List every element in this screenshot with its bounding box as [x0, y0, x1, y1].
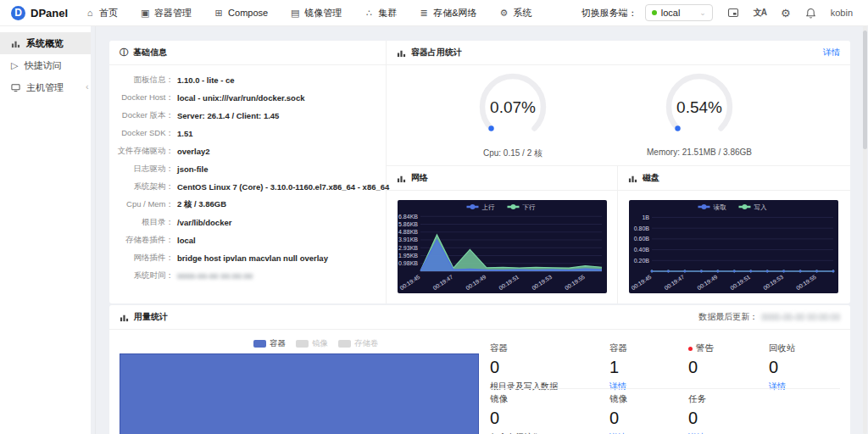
usage-title: 用量统计	[134, 311, 168, 323]
stat-sub-label: 根目录及写入数据	[490, 381, 558, 392]
info-row-label: Docker SDK：	[109, 128, 174, 139]
dpanel-logo-icon: D	[11, 6, 25, 20]
container-stats-detail-link[interactable]: 详情	[823, 47, 840, 58]
network-section: 网络 0.98KB1.95KB2.93KB3.91KB4.88KB5.86KB6…	[387, 165, 618, 303]
disk-chart[interactable]: 0.20B0.40B0.60B0.80B1B00:19:4500:19:4700…	[629, 200, 838, 293]
chevron-down-icon: ⌄	[699, 8, 706, 17]
legend-item-images[interactable]: 镜像	[296, 338, 328, 349]
svg-text:00:19:45: 00:19:45	[631, 274, 653, 291]
disk-section: 磁盘 0.20B0.40B0.60B0.80B1B00:19:4500:19:4…	[618, 165, 850, 303]
network-title: 网络	[411, 172, 428, 184]
legend-item-volumes[interactable]: 存储卷	[338, 338, 379, 349]
nav-images[interactable]: ▤ 镜像管理	[290, 7, 342, 19]
bar-chart-icon	[628, 174, 637, 183]
svg-text:00:19:49: 00:19:49	[465, 274, 487, 291]
stat-value: 0	[609, 409, 627, 427]
settings-gear-icon[interactable]: ⚙	[781, 8, 791, 19]
nav-cluster[interactable]: ∴ 集群	[364, 7, 397, 19]
info-row-value: overlay2	[177, 147, 210, 156]
svg-text:00:19:49: 00:19:49	[696, 274, 718, 291]
server-switch-label: 切换服务端：	[581, 7, 637, 19]
info-row-value: /var/lib/docker	[177, 218, 231, 227]
info-row-label: 系统时间：	[109, 270, 174, 281]
stat-detail-link[interactable]: 详情	[769, 381, 796, 392]
bar-chart-icon	[120, 313, 129, 322]
info-row-value: bridge host ipvlan macvlan null overlay	[177, 253, 328, 263]
sidebar-item-overview[interactable]: 系统概览	[0, 32, 91, 54]
nav-home[interactable]: ⌂ 首页	[85, 7, 118, 19]
info-row-value: CentOS Linux 7 (Core) - 3.10.0-1160.el7.…	[177, 182, 389, 192]
svg-text:00:19:51: 00:19:51	[729, 274, 751, 291]
info-row-value: 0000-00-00 00:00:00	[177, 271, 253, 281]
usage-card: 用量统计 数据最后更新： 0000-00-00 00:00:00 容器 镜像 存…	[109, 305, 850, 434]
stat-value: 0	[688, 409, 706, 427]
legend-label: 镜像	[312, 338, 328, 349]
info-row: 系统架构：CentOS Linux 7 (Core) - 3.10.0-1160…	[109, 178, 386, 196]
nav-home-label: 首页	[99, 7, 118, 19]
info-row-value: 2 核 / 3.86GB	[177, 199, 226, 210]
info-row-label: Docker 版本：	[109, 110, 174, 121]
basic-info-title: 基础信息	[133, 47, 167, 58]
memory-gauge-label: Memory: 21.51MB / 3.86GB	[640, 147, 759, 157]
info-row-label: Docker Host：	[109, 92, 174, 103]
info-row-label: 存储卷插件：	[109, 235, 174, 246]
brand[interactable]: D DPanel	[0, 6, 85, 20]
info-row-label: 文件存储驱动：	[109, 146, 174, 157]
nav-images-label: 镜像管理	[304, 7, 342, 19]
nav-system[interactable]: ⚙ 系统	[499, 7, 532, 19]
network-chart[interactable]: 0.98KB1.95KB2.93KB3.91KB4.88KB5.86KB6.84…	[398, 200, 607, 293]
info-row-value: local	[177, 236, 196, 245]
stat-label: 镜像	[609, 393, 627, 405]
disk-header: 磁盘	[618, 166, 850, 191]
nav-containers[interactable]: ▣ 容器管理	[140, 7, 192, 19]
scrollbar-thumb[interactable]	[863, 31, 867, 149]
svg-text:00:19:55: 00:19:55	[564, 274, 586, 291]
bar-chart-icon	[11, 39, 20, 48]
stat-value: 0	[769, 358, 796, 376]
username[interactable]: kobin	[831, 8, 853, 18]
notification-bell-icon[interactable]	[805, 8, 816, 19]
storage-icon: ≣	[419, 8, 429, 18]
nav-storage-network[interactable]: ≣ 存储&网络	[419, 7, 476, 19]
stat-cell: 警告0	[688, 342, 714, 376]
stat-label: 容器	[609, 342, 627, 354]
stat-detail-link[interactable]: 详情	[609, 381, 627, 392]
container-icon: ▣	[140, 8, 150, 18]
usage-chart-area[interactable]	[120, 353, 479, 434]
info-row-value: 1.51	[177, 129, 193, 138]
stat-label: 警告	[688, 342, 714, 354]
stat-label: 镜像	[490, 393, 541, 405]
nav-cluster-label: 集群	[378, 7, 397, 19]
sidebar-divider	[95, 25, 96, 434]
usage-legend: 容器 镜像 存储卷	[253, 338, 379, 349]
translate-icon[interactable]: 文A	[754, 8, 766, 17]
display-mode-icon[interactable]	[727, 7, 739, 19]
memory-gauge: 0.54% Memory: 21.51MB / 3.86GB	[640, 71, 759, 157]
server-select[interactable]: local ⌄	[645, 4, 713, 21]
page-scrollbar[interactable]	[863, 25, 867, 434]
info-row-label: 根目录：	[109, 217, 174, 228]
brand-name: DPanel	[31, 7, 68, 19]
sidebar-collapse-icon[interactable]: ‹	[86, 81, 89, 92]
stat-value: 0	[490, 358, 558, 376]
compose-icon: ⊞	[214, 8, 224, 18]
sidebar-item-quick-access[interactable]: ▷ 快捷访问	[0, 54, 91, 76]
stats-row-divider	[490, 388, 840, 389]
dpanel-app: D DPanel ⌂ 首页 ▣ 容器管理 ⊞ Compose ▤ 镜像管理 ∴ …	[0, 0, 868, 434]
info-row-value: Server: 26.1.4 / Client: 1.45	[177, 111, 279, 120]
container-stats-title: 容器占用统计	[411, 47, 462, 58]
info-row-value: 1.10.0 - lite - ce	[177, 75, 235, 85]
info-row: 文件存储驱动：overlay2	[109, 142, 386, 160]
stat-cell: 镜像0详情	[609, 393, 627, 434]
legend-item-containers[interactable]: 容器	[253, 338, 286, 349]
monitor-icon	[11, 83, 20, 92]
nav-compose[interactable]: ⊞ Compose	[214, 8, 268, 18]
nav-compose-label: Compose	[228, 8, 268, 18]
info-row: 日志驱动：json-file	[109, 160, 386, 178]
container-stats-header: 容器占用统计 详情	[387, 41, 850, 65]
basic-info-header: ⓘ 基础信息	[109, 41, 386, 65]
svg-text:4.88KB: 4.88KB	[398, 229, 418, 235]
stat-value: 0	[490, 409, 541, 427]
svg-text:0.20B: 0.20B	[634, 258, 650, 264]
sidebar-item-host-manage[interactable]: 主机管理	[0, 76, 91, 98]
